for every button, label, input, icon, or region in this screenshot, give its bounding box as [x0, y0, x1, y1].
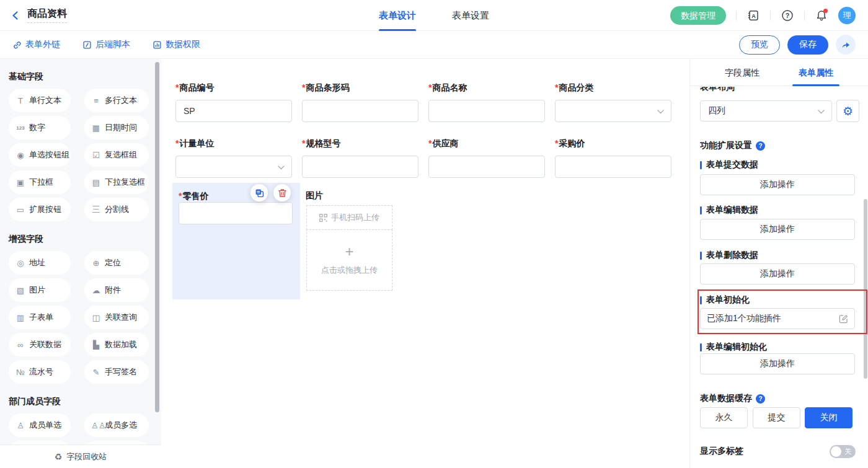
delete-field-button[interactable] [273, 184, 291, 201]
field-button-member-single[interactable]: ♙成员单选 [9, 413, 71, 437]
field-button-image-field[interactable]: ▧图片 [9, 278, 71, 302]
tab-field-properties[interactable]: 字段属性 [717, 59, 767, 86]
field-recycle-bin-button[interactable]: ♻ 字段回收站 [0, 444, 161, 468]
tab-form-design[interactable]: 表单设计 [379, 0, 416, 31]
field-input[interactable] [302, 156, 418, 178]
cache-option-submit[interactable]: 提交 [753, 407, 800, 428]
retail-price-input[interactable] [179, 202, 293, 224]
form-layout-select[interactable]: 四列 [700, 100, 832, 121]
field-button-multi-line-text[interactable]: ≡多行文本 [84, 89, 149, 112]
field-input[interactable] [302, 100, 418, 122]
required-asterisk: * [428, 138, 432, 148]
selected-field-retail-price[interactable]: *零售价 [172, 183, 300, 299]
preview-button[interactable]: 预览 [739, 35, 780, 55]
field-button-checkbox-group[interactable]: ☑复选框组 [84, 143, 149, 167]
field-button-subform[interactable]: ▥子表单 [9, 306, 71, 329]
field-button-multi-dropdown[interactable]: ▤下拉复选框 [84, 170, 149, 194]
field-button-extend-button[interactable]: ▭扩展按钮 [9, 198, 71, 221]
field-button-label: 流水号 [29, 366, 53, 377]
field-label: *商品名称 [428, 82, 545, 95]
form-init-plugin-field[interactable]: 已添加1个功能插件 [700, 308, 855, 329]
recycle-icon: ♻ [55, 452, 63, 462]
avatar[interactable]: 理 [838, 7, 856, 24]
data-load-icon: ▙ [91, 340, 101, 350]
form-field-cell[interactable]: *商品分类 [555, 82, 671, 122]
backend-script-button[interactable]: 后端脚本 [82, 39, 130, 50]
cache-option-permanent[interactable]: 永久 [700, 407, 748, 428]
field-input[interactable] [428, 100, 545, 122]
sidebar-scrollbar[interactable] [155, 62, 159, 412]
multi-tab-toggle[interactable]: 关 [830, 445, 856, 458]
data-permission-button[interactable]: 数据权限 [153, 39, 200, 50]
field-button-linked-data[interactable]: ∞关联数据 [9, 333, 71, 356]
field-button-location[interactable]: ⊕定位 [84, 251, 149, 275]
field-label: *商品编号 [175, 82, 292, 95]
edit-icon[interactable] [839, 314, 848, 324]
click-drag-upload-area[interactable]: + 点击或拖拽上传 [306, 229, 392, 291]
linked-data-icon: ∞ [16, 340, 25, 350]
copy-field-button[interactable] [250, 184, 268, 201]
field-button-data-load[interactable]: ▙数据加载 [84, 333, 149, 356]
add-action-button-delete[interactable]: 添加操作 [700, 263, 855, 285]
tab-form-properties[interactable]: 表单属性 [791, 59, 841, 86]
required-asterisk: * [179, 191, 182, 201]
chevron-down-icon [657, 110, 664, 114]
field-select[interactable] [175, 156, 292, 178]
sidebar-section-title: 增强字段 [9, 234, 161, 245]
field-button-serial-number[interactable]: №流水号 [9, 360, 71, 384]
required-asterisk: * [302, 138, 305, 148]
main-tabs: 表单设计 表单设置 [379, 0, 489, 31]
layout-settings-button[interactable]: ⚙ [836, 100, 859, 122]
form-field-cell[interactable]: *采购价 [555, 138, 671, 178]
share-button[interactable] [836, 35, 856, 55]
linked-query-icon: ◫ [91, 313, 101, 322]
help-icon[interactable]: ? [756, 141, 765, 151]
field-input[interactable] [555, 156, 671, 178]
svg-text:?: ? [786, 12, 789, 19]
data-manage-button[interactable]: 数据管理 [670, 6, 726, 25]
form-field-cell[interactable]: *商品条形码 [302, 82, 418, 122]
field-button-label: 关联查询 [105, 312, 137, 323]
extend-button-icon: ▭ [16, 205, 25, 214]
field-button-datetime[interactable]: ▦日期时间 [84, 116, 149, 139]
form-field-cell[interactable]: *商品名称 [428, 82, 545, 122]
tab-form-settings[interactable]: 表单设置 [452, 0, 489, 31]
field-button-single-line-text[interactable]: T单行文本 [9, 89, 71, 112]
field-button-number[interactable]: 123数字 [9, 116, 71, 139]
external-link-button[interactable]: 表单外链 [12, 39, 60, 50]
contacts-icon[interactable]: A [746, 9, 760, 22]
field-input[interactable] [428, 156, 545, 178]
field-label: 零售价 [182, 191, 208, 201]
panel-scrollbar[interactable] [864, 199, 867, 379]
add-action-button-submit[interactable]: 添加操作 [700, 174, 855, 195]
form-field-cell[interactable]: *规格型号 [302, 138, 418, 178]
form-field-cell[interactable]: *供应商 [428, 138, 545, 178]
field-button-attachment[interactable]: ☁附件 [84, 278, 149, 302]
add-action-button-edit-init[interactable]: 添加操作 [700, 353, 855, 374]
save-button[interactable]: 保存 [787, 35, 828, 55]
field-button-divider[interactable]: 三分割线 [84, 198, 149, 221]
field-button-radio-group[interactable]: ◉单选按钮组 [9, 143, 71, 167]
add-action-button-edit[interactable]: 添加操作 [700, 219, 855, 240]
field-button-linked-query[interactable]: ◫关联查询 [84, 306, 149, 329]
form-field-cell[interactable]: *计量单位 [175, 138, 292, 178]
radio-group-icon: ◉ [16, 151, 25, 160]
field-button-member-multi[interactable]: ♙♙成员多选 [84, 413, 149, 437]
scan-upload-button[interactable]: 手机扫码上传 [306, 205, 392, 230]
back-icon[interactable] [10, 10, 21, 21]
field-button-address[interactable]: ◎地址 [9, 251, 71, 275]
divider [736, 11, 737, 20]
field-label: *商品条形码 [302, 82, 418, 95]
form-field-cell[interactable]: *商品编号SP [175, 82, 292, 122]
properties-tabs: 字段属性 表单属性 [690, 59, 868, 86]
help-icon[interactable]: ? [756, 394, 765, 404]
field-select[interactable] [555, 100, 671, 122]
notification-bell-icon[interactable] [815, 9, 828, 22]
page-title[interactable]: 商品资料 [27, 7, 67, 23]
field-input[interactable]: SP [175, 100, 292, 122]
field-button-dropdown[interactable]: ▣下拉框 [9, 170, 71, 194]
cache-option-close[interactable]: 关闭 [805, 407, 852, 428]
field-button-signature[interactable]: ✎手写签名 [84, 360, 149, 384]
image-field-label: 图片 [306, 190, 323, 203]
help-icon[interactable]: ? [781, 9, 794, 22]
